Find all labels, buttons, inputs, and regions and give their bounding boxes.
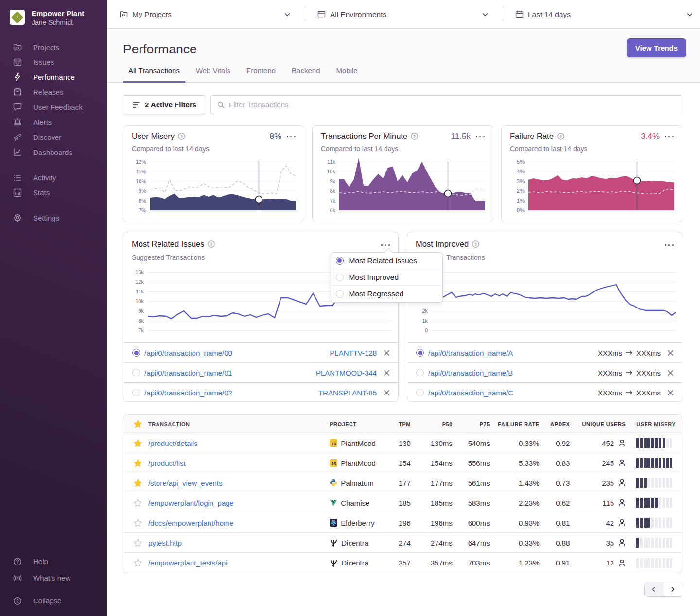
svg-text:?: ? bbox=[413, 134, 416, 139]
svg-text:0%: 0% bbox=[517, 207, 525, 213]
svg-text:12k: 12k bbox=[135, 279, 144, 285]
svg-text:7k: 7k bbox=[138, 327, 144, 333]
svg-text:JS: JS bbox=[332, 442, 337, 446]
svg-text:?: ? bbox=[474, 242, 477, 247]
svg-text:?: ? bbox=[180, 134, 183, 139]
svg-text:3%: 3% bbox=[517, 178, 525, 184]
svg-text:4%: 4% bbox=[517, 169, 525, 174]
svg-text:2%: 2% bbox=[517, 188, 525, 194]
svg-text:9k: 9k bbox=[330, 178, 335, 184]
svg-text:10%: 10% bbox=[136, 178, 146, 184]
svg-text:8k: 8k bbox=[138, 318, 144, 324]
svg-text:1%: 1% bbox=[517, 198, 525, 204]
svg-text:5%: 5% bbox=[517, 159, 525, 165]
svg-text:7%: 7% bbox=[139, 207, 146, 213]
svg-text:10k: 10k bbox=[327, 169, 335, 174]
svg-text:9%: 9% bbox=[139, 188, 146, 194]
svg-text:11k: 11k bbox=[327, 159, 335, 165]
svg-text:11k: 11k bbox=[136, 289, 144, 294]
svg-text:1k: 1k bbox=[422, 318, 428, 324]
svg-text:13k: 13k bbox=[135, 269, 144, 275]
svg-text:0: 0 bbox=[425, 327, 428, 333]
svg-text:7k: 7k bbox=[330, 198, 335, 204]
svg-text:9k: 9k bbox=[138, 308, 144, 314]
svg-text:8k: 8k bbox=[330, 188, 335, 194]
svg-text:?: ? bbox=[210, 242, 213, 247]
svg-text:11%: 11% bbox=[136, 169, 146, 174]
svg-text:JS: JS bbox=[332, 462, 337, 466]
svg-text:12%: 12% bbox=[136, 159, 146, 165]
svg-text:2k: 2k bbox=[422, 308, 428, 314]
svg-text:10k: 10k bbox=[135, 298, 144, 304]
svg-text:6k: 6k bbox=[330, 207, 335, 213]
svg-text:?: ? bbox=[560, 134, 562, 139]
svg-text:8%: 8% bbox=[139, 198, 146, 204]
